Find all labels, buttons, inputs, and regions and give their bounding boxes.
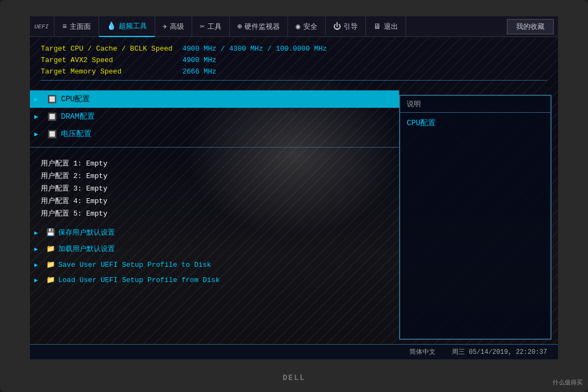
info-row-memory: Target Memory Speed 2666 MHz (41, 68, 547, 76)
nav-item-tools[interactable]: ✂ 工具 (192, 16, 229, 37)
nav-item-hw-monitor[interactable]: ⊕ 硬件监视器 (230, 16, 288, 37)
divider-top (41, 80, 547, 81)
monitor-bezel: UEFI ≡ 主面面 💧 超频工具 ✈ 高级 ✂ (0, 0, 588, 392)
language-status: 简体中文 (409, 347, 436, 357)
avx2-speed-label: Target AVX2 Speed (41, 56, 182, 64)
nav-item-boot[interactable]: ⏻ 引导 (326, 16, 366, 37)
right-panel-content: CPU配置 (400, 113, 550, 133)
load-default-indicator: ▶ (34, 246, 38, 253)
dram-config-icon: 🔲 (47, 112, 57, 121)
right-panel: 说明 CPU配置 (399, 95, 552, 340)
cpu-config-indicator: ▶ (34, 95, 38, 103)
dram-config-label: DRAM配置 (61, 112, 95, 121)
left-panel: ▶ 🔲 CPU配置 ▶ 🔲 DRAM配置 ▶ 🔲 电压配置 (30, 90, 399, 344)
advanced-icon: ✈ (163, 22, 167, 31)
dell-brand: DELL (283, 373, 305, 382)
load-disk-label: Load User UEFI Setup Profile from Disk (58, 276, 219, 284)
load-default-icon: 📁 (46, 244, 55, 253)
my-collection-button[interactable]: 我的收藏 (507, 19, 554, 34)
main-area: ▶ 🔲 CPU配置 ▶ 🔲 DRAM配置 ▶ 🔲 电压配置 (30, 90, 558, 344)
user-config-3: 用户配置 3: Empty (41, 183, 388, 193)
info-row-avx2: Target AVX2 Speed 4900 MHz (41, 56, 547, 64)
save-disk-label: Save User UEFI Setup Profile to Disk (58, 261, 211, 269)
nav-item-oc-tools[interactable]: 💧 超频工具 (99, 16, 155, 37)
user-config-5: 用户配置 5: Empty (41, 209, 388, 218)
user-config-1: 用户配置 1: Empty (41, 158, 388, 168)
top-nav-bar: UEFI ≡ 主面面 💧 超频工具 ✈ 高级 ✂ (30, 16, 558, 37)
brand-label: UEFI (34, 23, 48, 30)
right-panel-title: 说明 (400, 96, 550, 113)
action-load-from-disk[interactable]: ▶ 📁 Load User UEFI Setup Profile from Di… (30, 272, 399, 287)
nav-item-security[interactable]: ◉ 安全 (288, 16, 325, 37)
save-default-icon: 💾 (46, 228, 55, 237)
status-bar: 简体中文 周三 05/14/2019, 22:20:37 (30, 344, 558, 359)
voltage-config-indicator: ▶ (34, 130, 38, 138)
boot-icon: ⏻ (333, 22, 341, 31)
action-save-to-disk[interactable]: ▶ 📁 Save User UEFI Setup Profile to Disk (30, 257, 399, 272)
menu-section: ▶ 🔲 CPU配置 ▶ 🔲 DRAM配置 ▶ 🔲 电压配置 (30, 90, 399, 143)
oc-tools-icon: 💧 (107, 21, 116, 30)
info-section: Target CPU / Cache / BCLK Speed 4900 MHz… (30, 37, 558, 90)
menu-item-dram-config[interactable]: ▶ 🔲 DRAM配置 (30, 108, 399, 125)
save-disk-indicator: ▶ (34, 261, 38, 268)
avx2-speed-value: 4900 MHz (182, 56, 216, 64)
save-disk-icon: 📁 (46, 260, 55, 269)
voltage-config-icon: 🔲 (47, 130, 57, 139)
user-config-section: 用户配置 1: Empty 用户配置 2: Empty 用户配置 3: Empt… (30, 152, 399, 224)
action-load-default[interactable]: ▶ 📁 加载用户默认设置 (30, 241, 399, 257)
exit-icon: 🖥 (373, 22, 381, 31)
nav-label-hw-monitor: 硬件监视器 (244, 22, 280, 32)
menu-item-voltage-config[interactable]: ▶ 🔲 电压配置 (30, 125, 399, 143)
info-row-cpu: Target CPU / Cache / BCLK Speed 4900 MHz… (41, 45, 547, 53)
cpu-speed-value: 4900 MHz / 4300 MHz / 100.0000 MHz (182, 45, 327, 53)
load-disk-indicator: ▶ (34, 277, 38, 284)
cpu-speed-label: Target CPU / Cache / BCLK Speed (41, 45, 182, 53)
nav-item-advanced[interactable]: ✈ 高级 (155, 16, 192, 37)
watermark: 什么值得买 (553, 378, 583, 387)
nav-label-oc-tools: 超频工具 (119, 21, 147, 31)
cpu-config-label: CPU配置 (61, 94, 90, 104)
save-default-indicator: ▶ (34, 229, 38, 236)
memory-speed-label: Target Memory Speed (41, 68, 182, 76)
user-config-4: 用户配置 4: Empty (41, 196, 388, 206)
hw-monitor-icon: ⊕ (237, 22, 242, 31)
menu-item-cpu-config[interactable]: ▶ 🔲 CPU配置 (30, 90, 399, 108)
load-disk-icon: 📁 (46, 275, 55, 284)
nav-label-security: 安全 (303, 22, 317, 32)
nav-items: ≡ 主面面 💧 超频工具 ✈ 高级 ✂ 工具 (54, 16, 507, 37)
memory-speed-value: 2666 MHz (182, 68, 216, 76)
tools-icon: ✂ (200, 22, 204, 31)
nav-label-exit: 退出 (384, 22, 398, 32)
datetime-status: 周三 05/14/2019, 22:20:37 (452, 347, 547, 357)
nav-label-home: 主面面 (70, 22, 91, 32)
load-default-label: 加载用户默认设置 (58, 244, 115, 254)
screen: UEFI ≡ 主面面 💧 超频工具 ✈ 高级 ✂ (30, 16, 558, 359)
user-config-2: 用户配置 2: Empty (41, 171, 388, 181)
voltage-config-label: 电压配置 (61, 129, 91, 139)
nav-label-advanced: 高级 (170, 22, 184, 32)
dram-config-indicator: ▶ (34, 113, 38, 121)
divider-middle (30, 147, 399, 148)
nav-label-tools: 工具 (207, 22, 222, 32)
home-icon: ≡ (62, 22, 66, 31)
security-icon: ◉ (296, 22, 300, 31)
uefi-content: UEFI ≡ 主面面 💧 超频工具 ✈ 高级 ✂ (30, 16, 558, 359)
save-default-label: 保存用户默认设置 (58, 228, 115, 237)
nav-item-exit[interactable]: 🖥 退出 (366, 16, 406, 37)
cpu-config-icon: 🔲 (47, 95, 57, 104)
nav-item-home[interactable]: ≡ 主面面 (54, 16, 99, 37)
action-save-default[interactable]: ▶ 💾 保存用户默认设置 (30, 224, 399, 241)
nav-label-boot: 引导 (344, 22, 358, 32)
